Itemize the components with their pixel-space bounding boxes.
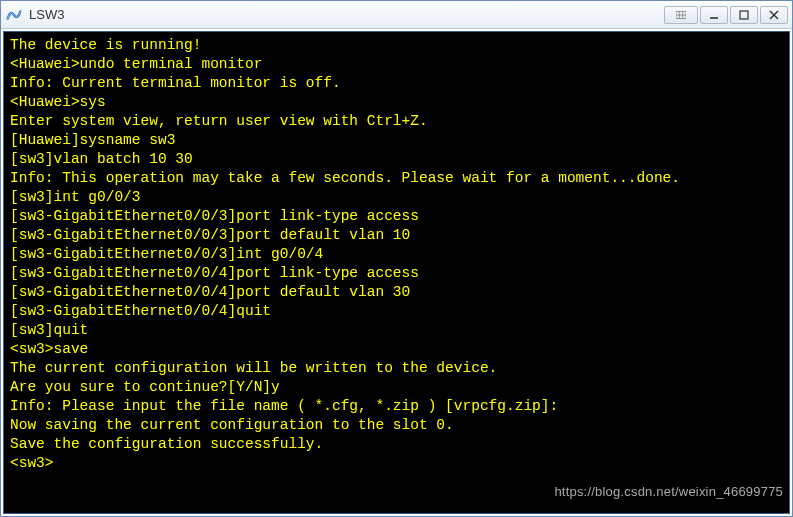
terminal-output[interactable]: The device is running!<Huawei>undo termi…	[3, 31, 790, 514]
app-icon	[5, 6, 23, 24]
terminal-line: Info: Current terminal monitor is off.	[10, 74, 783, 93]
terminal-line: [sw3-GigabitEthernet0/0/4]port default v…	[10, 283, 783, 302]
terminal-line: [sw3-GigabitEthernet0/0/3]int g0/0/4	[10, 245, 783, 264]
window-controls	[664, 6, 788, 24]
terminal-line: Are you sure to continue?[Y/N]y	[10, 378, 783, 397]
terminal-line: <Huawei>sys	[10, 93, 783, 112]
terminal-line: Info: Please input the file name ( *.cfg…	[10, 397, 783, 416]
svg-rect-5	[740, 11, 748, 19]
terminal-line: Info: This operation may take a few seco…	[10, 169, 783, 188]
minimize-button[interactable]	[700, 6, 728, 24]
terminal-line: [sw3]vlan batch 10 30	[10, 150, 783, 169]
terminal-line: <Huawei>undo terminal monitor	[10, 55, 783, 74]
terminal-line: [sw3]int g0/0/3	[10, 188, 783, 207]
terminal-line: <sw3>	[10, 454, 783, 473]
terminal-line: [sw3-GigabitEthernet0/0/4]port link-type…	[10, 264, 783, 283]
terminal-line: [sw3-GigabitEthernet0/0/3]port link-type…	[10, 207, 783, 226]
terminal-line: The device is running!	[10, 36, 783, 55]
terminal-line: [sw3]quit	[10, 321, 783, 340]
close-button[interactable]	[760, 6, 788, 24]
terminal-line: <sw3>save	[10, 340, 783, 359]
terminal-line: Now saving the current configuration to …	[10, 416, 783, 435]
titlebar: LSW3	[1, 1, 792, 29]
menu-button[interactable]	[664, 6, 698, 24]
app-window: LSW3	[0, 0, 793, 517]
terminal-line: Enter system view, return user view with…	[10, 112, 783, 131]
terminal-line: Save the configuration successfully.	[10, 435, 783, 454]
terminal-line: [sw3-GigabitEthernet0/0/4]quit	[10, 302, 783, 321]
maximize-button[interactable]	[730, 6, 758, 24]
window-title: LSW3	[29, 7, 64, 22]
terminal-line: The current configuration will be writte…	[10, 359, 783, 378]
terminal-line: [sw3-GigabitEthernet0/0/3]port default v…	[10, 226, 783, 245]
terminal-line: [Huawei]sysname sw3	[10, 131, 783, 150]
